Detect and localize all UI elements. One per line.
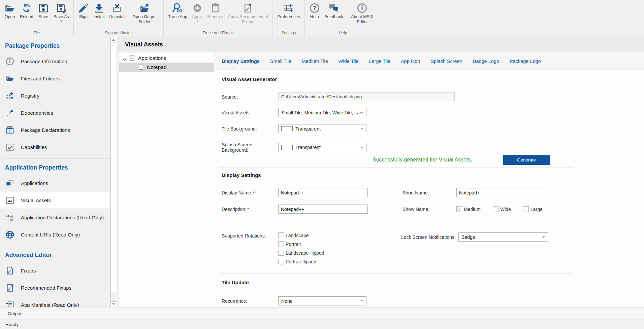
save-as-button[interactable]: Save As [51,2,71,23]
display-name-label: Display Name: [222,190,252,195]
scrollbar-thumb[interactable] [111,43,116,292]
open-output-folder-icon [139,3,150,13]
feedback-button[interactable]: Feedback [322,2,346,21]
lock-screen-notifications-dropdown[interactable]: Badge [458,232,548,242]
sidebar-section-package-properties: Package Properties [0,37,110,53]
sidebar-item-files-and-folders[interactable]: Files and Folders [0,70,110,87]
sidebar-item-applications[interactable]: Applications [0,175,110,192]
visual-assets-dropdown[interactable]: Small Tile, Medium Tile, Wide Tile, Larg… [278,108,366,117]
success-message: Successfully generated the Visual Assets… [373,157,472,163]
tab-package-logo[interactable]: Package Logo [510,59,541,64]
color-swatch [281,126,293,131]
sidebar-item-app-manifest[interactable]: App Manifest (Read Only) [0,296,110,307]
trace-app-button[interactable]: Trace App [166,2,190,21]
preferences-button[interactable]: Preferences [275,2,302,21]
short-name-field[interactable] [456,188,546,197]
section-divider [219,168,573,168]
description-field[interactable] [278,205,368,214]
visual-assets-form: Display Settings Small Tile Medium Tile … [214,52,644,307]
scroll-up-icon[interactable] [111,37,116,43]
source-input[interactable]: C:\Users\Administrator\Desktop\tick.png … [278,92,455,101]
output-bar[interactable]: Output [0,307,644,320]
tree-node-applications[interactable]: Applications [119,53,214,63]
show-name-wide-checkbox[interactable]: Wide [493,206,523,212]
tab-wide-tile[interactable]: Wide Tile [339,59,359,64]
tab-splash-screen[interactable]: Splash Screen [430,59,462,64]
show-name-large-checkbox[interactable]: Large [523,206,543,212]
checkbox-icon [278,241,284,247]
open-output-folder-button[interactable]: Open Output Folder [128,2,161,26]
tab-display-settings[interactable]: Display Settings [222,59,260,64]
tile-background-dropdown[interactable]: Transparent [278,124,366,133]
save-button[interactable]: Save [36,2,51,21]
form-content: Visual Asset Generator Source: C:\Users\… [214,70,644,307]
about-icon [357,3,367,13]
sidebar-item-recommended-fixups[interactable]: Recommended Fixups [0,279,110,296]
sidebar-item-visual-assets[interactable]: Visual Assets [0,192,110,209]
tab-medium-tile[interactable]: Medium Tile [302,59,328,64]
required-marker: * [253,190,255,195]
tree-node-notepad[interactable]: Notepad [119,63,214,72]
chevron-down-icon[interactable] [123,57,127,60]
registry-icon [5,91,14,100]
apply-icon [192,3,203,13]
toolbar-group-label-sign-and-install: Sign and Install [76,31,162,37]
sidebar-item-capabilities[interactable]: Capabilities [0,139,110,156]
chevron-down-icon [60,21,63,22]
recurrence-dropdown[interactable]: None [278,296,366,305]
checkbox-icon [456,206,462,212]
about-msix-editor-button[interactable]: About MSIX Editor [345,2,379,26]
tab-app-icon[interactable]: App Icon [401,59,420,64]
toolbar-group-sign-and-install: Sign Install Uninstall Open Output Folde… [74,0,164,37]
rotation-landscape-flipped-checkbox[interactable]: Landscape-flipped [278,250,324,256]
preferences-icon [283,3,294,13]
sidebar-item-application-declarations[interactable]: Application Declarations (Read Only) [0,209,110,226]
uninstall-button[interactable]: Uninstall [107,2,128,21]
remove-button[interactable]: Remove [205,2,226,21]
sidebar-item-dependencies[interactable]: Dependencies [0,104,110,121]
sidebar-item-package-declarations[interactable]: Package Declarations [0,121,110,139]
generate-button[interactable]: Generate [503,155,550,165]
chevron-down-icon [361,147,363,148]
tab-badge-logo[interactable]: Badge Logo [473,59,499,64]
sign-icon [78,3,89,13]
dependencies-icon [5,108,14,117]
chevron-down-icon [361,300,363,302]
output-label: Output [8,311,22,316]
sign-button[interactable]: Sign [76,2,91,21]
splash-background-dropdown[interactable]: Transparent [278,143,366,152]
open-button[interactable]: Open [2,2,18,21]
supported-rotations-label: Supported Rotations: [222,233,278,239]
tab-large-tile[interactable]: Large Tile [369,59,390,64]
install-icon [94,3,104,13]
sidebar-item-package-information[interactable]: Package Information [0,53,110,70]
applications-icon [5,179,14,188]
help-button[interactable]: ? Help [307,2,322,21]
tab-small-tile[interactable]: Small Tile [270,59,291,64]
chevron-down-icon [196,21,199,22]
sidebar-item-content-uris[interactable]: Content URIs (Read Only) [0,226,110,243]
reload-button[interactable]: Reload [18,2,36,21]
rotation-landscape-checkbox[interactable]: Landscape [278,232,324,238]
sidebar: Package Properties Package Information F… [0,37,110,307]
display-name-field[interactable] [278,188,368,197]
sidebar-item-registry[interactable]: Registry [0,87,110,104]
rotation-portrait-flipped-checkbox[interactable]: Portrait-flipped [278,259,324,264]
trace-app-icon [172,3,183,13]
install-button[interactable]: Install [91,2,107,21]
scrollbar-track[interactable] [111,292,116,301]
globe-icon [5,230,14,239]
apply-button[interactable]: Apply [190,2,205,23]
scroll-down-icon[interactable] [111,301,116,307]
sidebar-scrollbar[interactable] [110,37,116,307]
apply-recommended-fixups-button[interactable]: Apply Recommended Fixups [225,2,270,26]
remove-icon [210,3,221,13]
browse-button[interactable]: ... [447,94,452,99]
rotation-portrait-checkbox[interactable]: Portrait [278,241,324,247]
tab-bar: Display Settings Small Tile Medium Tile … [214,52,644,70]
apply-recommended-fixups-icon [243,3,253,13]
section-title-display-settings: Display Settings [222,172,644,178]
sidebar-item-fixups[interactable]: Fixups [0,262,110,279]
chevron-down-icon [361,112,363,113]
show-name-medium-checkbox[interactable]: Medium [456,206,493,212]
